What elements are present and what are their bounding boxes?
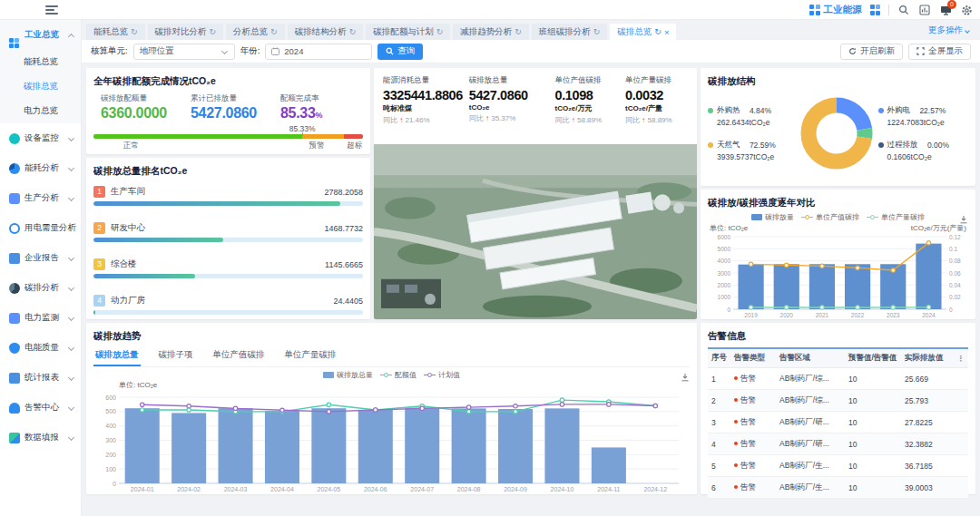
tab-refresh-icon[interactable]: ↻ <box>514 27 522 36</box>
tab-reduction-trend[interactable]: 减排趋势分析↻ <box>453 24 529 40</box>
download-icon[interactable] <box>681 369 690 385</box>
sidebar-item-device-monitor[interactable]: 设备监控 <box>0 123 81 153</box>
svg-text:2022: 2022 <box>851 312 865 318</box>
more-actions-link[interactable]: 更多操作 <box>928 24 971 36</box>
ranking-bar <box>93 201 340 206</box>
chart-legend: 碳排放量 单位产值碳排 单位产量碳排 <box>708 211 968 222</box>
sidebar-item-energy-analysis[interactable]: 能耗分析 <box>0 153 81 183</box>
alarm-row[interactable]: 4告警AB制药厂/研...1032.3882 <box>708 433 968 455</box>
report-chart-icon[interactable] <box>918 4 931 16</box>
alarm-row[interactable]: 2告警AB制药厂/综...1025.793 <box>708 390 968 412</box>
svg-text:2023: 2023 <box>887 312 900 318</box>
up-arrow-icon: ↑ <box>399 116 403 124</box>
refresh-icon <box>848 47 857 55</box>
svg-text:0: 0 <box>949 307 953 313</box>
search-icon[interactable] <box>897 4 910 16</box>
rank-badge: 4 <box>93 295 105 307</box>
legend-line-marker <box>801 215 813 219</box>
sidebar-item-power-monitor[interactable]: 电力监测 <box>0 303 81 333</box>
gear-icon[interactable] <box>960 4 973 16</box>
filter-bar: 核算单元: 地理位置 年份: 2024 查询 开启刷新 全屏显示 <box>82 40 980 63</box>
trend-tab-subitem[interactable]: 碳排子项 <box>157 347 195 366</box>
sidebar-item-statistics-report[interactable]: 统计报表 <box>0 363 81 393</box>
sidebar-item-enterprise-report[interactable]: 企业报告 <box>0 243 81 273</box>
apps-menu-icon[interactable] <box>870 5 881 15</box>
svg-text:0.06: 0.06 <box>949 270 961 277</box>
alarm-dot <box>734 420 738 424</box>
tab-refresh-icon[interactable]: ↻ <box>593 27 601 36</box>
svg-text:2024-02: 2024-02 <box>177 486 201 492</box>
trend-tab-per-output[interactable]: 单位产量碳排 <box>283 347 338 366</box>
tab-energy-overview[interactable]: 能耗总览↻ <box>86 24 145 40</box>
sidebar-item-data-report[interactable]: 数据填报 <box>0 423 81 453</box>
zone-label-over: 超标 <box>347 141 362 151</box>
chevron-down-icon <box>68 315 74 321</box>
svg-text:1000: 1000 <box>718 294 731 300</box>
sidebar-item-energy-overview[interactable]: 能耗总览 <box>0 50 81 74</box>
search-button[interactable]: 查询 <box>377 44 423 60</box>
download-icon[interactable] <box>959 211 968 228</box>
sidebar-item-carbon-analysis[interactable]: 碳排分析 <box>0 273 81 303</box>
tab-refresh-icon[interactable]: ↻ <box>654 27 662 36</box>
svg-text:6000: 6000 <box>718 234 731 240</box>
fullscreen-button[interactable]: 全屏显示 <box>908 44 971 60</box>
quota-completion-card: 全年碳排配额完成情况tCO₂e 碳排放配额量 6360.0000 累计已排放量 … <box>86 68 370 154</box>
rank-badge: 3 <box>93 258 105 270</box>
svg-text:2020: 2020 <box>780 312 794 318</box>
sidebar-item-alarm-center[interactable]: 告警中心 <box>0 393 81 423</box>
sidebar-item-carbon-overview[interactable]: 碳排总览 <box>0 74 81 99</box>
svg-text:0.04: 0.04 <box>949 282 961 288</box>
tab-carbon-overview[interactable]: 碳排总览↻× <box>610 24 676 40</box>
col-no: 序号 <box>708 348 730 368</box>
alarm-dot <box>734 398 738 402</box>
svg-text:300: 300 <box>105 437 116 443</box>
svg-text:0.02: 0.02 <box>949 294 961 300</box>
tab-refresh-icon[interactable]: ↻ <box>131 27 138 36</box>
chevron-down-icon <box>68 135 74 141</box>
alarm-row[interactable]: 3告警AB制药厂/研...1027.8225 <box>708 412 968 433</box>
trend-tab-total[interactable]: 碳排放总量 <box>93 347 141 366</box>
tab-refresh-icon[interactable]: ↻ <box>210 27 217 36</box>
year-picker[interactable]: 2024 <box>265 44 372 60</box>
message-monitor-icon[interactable]: 0 <box>939 4 952 16</box>
sidebar-item-industry-overview[interactable]: 工业总览 <box>0 20 81 50</box>
fullscreen-icon <box>916 47 925 55</box>
sidebar-item-production-analysis[interactable]: 生产分析 <box>0 183 81 213</box>
legend-purchased-power: 外购电 22.57% 1224.7083tCO₂e <box>878 105 968 127</box>
ranking-bar <box>93 310 95 315</box>
legend-dot <box>878 108 884 113</box>
kpi-carbon-per-output: 单位产量碳排 0.0032 tCO₂e/产量 同比 ↑ 58.89% <box>625 75 688 125</box>
divider <box>888 5 889 15</box>
app-switcher-button[interactable]: 工业能源 <box>809 4 862 16</box>
tab-analysis-overview[interactable]: 分析总览↻ <box>226 24 285 40</box>
refresh-toggle-button[interactable]: 开启刷新 <box>840 44 903 60</box>
tab-carbon-quota-plan[interactable]: 碳排配额与计划↻ <box>366 24 450 40</box>
trend-tab-per-value[interactable]: 单位产值碳排 <box>211 347 267 366</box>
svg-text:0.08: 0.08 <box>949 258 961 264</box>
tab-team-carbon[interactable]: 班组碳排分析↻ <box>532 24 608 40</box>
tab-refresh-icon[interactable]: ↻ <box>270 27 278 36</box>
sidebar-item-power-quality[interactable]: 电能质量 <box>0 333 81 363</box>
ranking-row: 4动力厂房24.4405 <box>93 295 363 315</box>
ranking-row: 1生产车间2788.2058 <box>93 186 363 206</box>
chart-legend: 碳排放总量 配额值 计划值 <box>93 369 690 380</box>
legend-dot <box>878 142 884 148</box>
chevron-down-icon <box>221 48 228 54</box>
tab-carbon-structure[interactable]: 碳排结构分析↻ <box>288 24 364 40</box>
sidebar-item-demand-analysis[interactable]: 用电需量分析 <box>0 213 81 243</box>
col-more-icon[interactable]: ⋮ <box>954 348 969 368</box>
sidebar-collapse-icon[interactable] <box>45 5 58 15</box>
alarm-row[interactable]: 5告警AB制药厂/生...1036.7185 <box>708 455 968 477</box>
unit-select[interactable]: 地理位置 <box>133 44 235 60</box>
data-report-icon <box>9 433 20 443</box>
tab-refresh-icon[interactable]: ↻ <box>349 27 357 36</box>
quota-metric: 碳排放配额量 6360.0000 <box>93 93 183 122</box>
alarm-row[interactable]: 6告警AB制药厂/生...1039.0003 <box>708 477 968 499</box>
sidebar-item-power-overview[interactable]: 电力总览 <box>0 99 81 123</box>
kpi-carbon-total: 碳排放总量 5427.0860 tCO₂e 同比 ↑ 35.37% <box>469 75 555 125</box>
tab-close-icon[interactable]: × <box>664 27 670 37</box>
col-type[interactable]: 告警类型 <box>730 348 776 368</box>
tab-refresh-icon[interactable]: ↻ <box>436 27 444 36</box>
alarm-row[interactable]: 1告警AB制药厂/综...1025.669 <box>708 368 968 390</box>
tab-carbon-compare[interactable]: 碳排对比分析↻ <box>148 24 224 40</box>
